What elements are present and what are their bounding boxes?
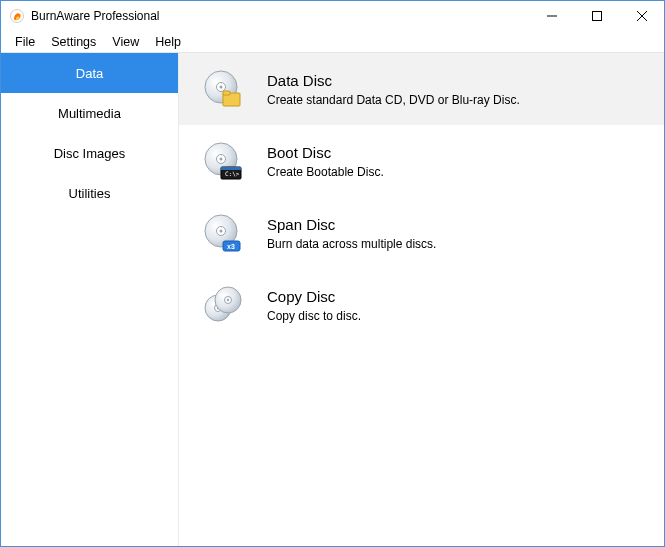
task-desc: Create standard Data CD, DVD or Blu-ray … bbox=[267, 93, 520, 107]
minimize-button[interactable] bbox=[529, 1, 574, 31]
task-desc: Burn data across multiple discs. bbox=[267, 237, 436, 251]
task-title: Copy Disc bbox=[267, 288, 361, 305]
menubar: File Settings View Help bbox=[1, 31, 664, 53]
sidebar: Data Multimedia Disc Images Utilities bbox=[1, 53, 179, 546]
window-title: BurnAware Professional bbox=[31, 9, 529, 23]
task-desc: Copy disc to disc. bbox=[267, 309, 361, 323]
svg-point-12 bbox=[220, 158, 223, 161]
boot-disc-icon: C:\> bbox=[203, 141, 243, 181]
sidebar-item-utilities[interactable]: Utilities bbox=[1, 173, 178, 213]
copy-disc-icon bbox=[203, 285, 243, 325]
body: Data Multimedia Disc Images Utilities bbox=[1, 53, 664, 546]
window-controls bbox=[529, 1, 664, 31]
task-title: Data Disc bbox=[267, 72, 520, 89]
svg-point-7 bbox=[220, 86, 223, 89]
menu-settings[interactable]: Settings bbox=[43, 33, 104, 51]
sidebar-item-label: Multimedia bbox=[58, 106, 121, 121]
content-pane: Data Disc Create standard Data CD, DVD o… bbox=[179, 53, 664, 546]
svg-rect-9 bbox=[223, 91, 230, 95]
sidebar-item-data[interactable]: Data bbox=[1, 53, 178, 93]
sidebar-item-label: Data bbox=[76, 66, 103, 81]
sidebar-item-label: Disc Images bbox=[54, 146, 126, 161]
task-text: Data Disc Create standard Data CD, DVD o… bbox=[267, 72, 520, 107]
sidebar-item-label: Utilities bbox=[69, 186, 111, 201]
svg-rect-2 bbox=[592, 12, 601, 21]
app-window: BurnAware Professional File Settings Vie… bbox=[0, 0, 665, 547]
task-desc: Create Bootable Disc. bbox=[267, 165, 384, 179]
svg-text:x3: x3 bbox=[227, 243, 235, 250]
task-text: Copy Disc Copy disc to disc. bbox=[267, 288, 361, 323]
task-data-disc[interactable]: Data Disc Create standard Data CD, DVD o… bbox=[179, 53, 664, 125]
menu-file[interactable]: File bbox=[7, 33, 43, 51]
svg-point-18 bbox=[220, 230, 223, 233]
menu-help[interactable]: Help bbox=[147, 33, 189, 51]
close-button[interactable] bbox=[619, 1, 664, 31]
svg-point-26 bbox=[227, 299, 229, 301]
svg-text:C:\>: C:\> bbox=[225, 170, 240, 177]
data-disc-icon bbox=[203, 69, 243, 109]
task-title: Span Disc bbox=[267, 216, 436, 233]
sidebar-item-disc-images[interactable]: Disc Images bbox=[1, 133, 178, 173]
maximize-button[interactable] bbox=[574, 1, 619, 31]
task-text: Span Disc Burn data across multiple disc… bbox=[267, 216, 436, 251]
task-title: Boot Disc bbox=[267, 144, 384, 161]
task-text: Boot Disc Create Bootable Disc. bbox=[267, 144, 384, 179]
sidebar-item-multimedia[interactable]: Multimedia bbox=[1, 93, 178, 133]
task-span-disc[interactable]: x3 Span Disc Burn data across multiple d… bbox=[179, 197, 664, 269]
task-boot-disc[interactable]: C:\> Boot Disc Create Bootable Disc. bbox=[179, 125, 664, 197]
span-disc-icon: x3 bbox=[203, 213, 243, 253]
titlebar: BurnAware Professional bbox=[1, 1, 664, 31]
task-copy-disc[interactable]: Copy Disc Copy disc to disc. bbox=[179, 269, 664, 341]
app-icon bbox=[9, 8, 25, 24]
menu-view[interactable]: View bbox=[104, 33, 147, 51]
